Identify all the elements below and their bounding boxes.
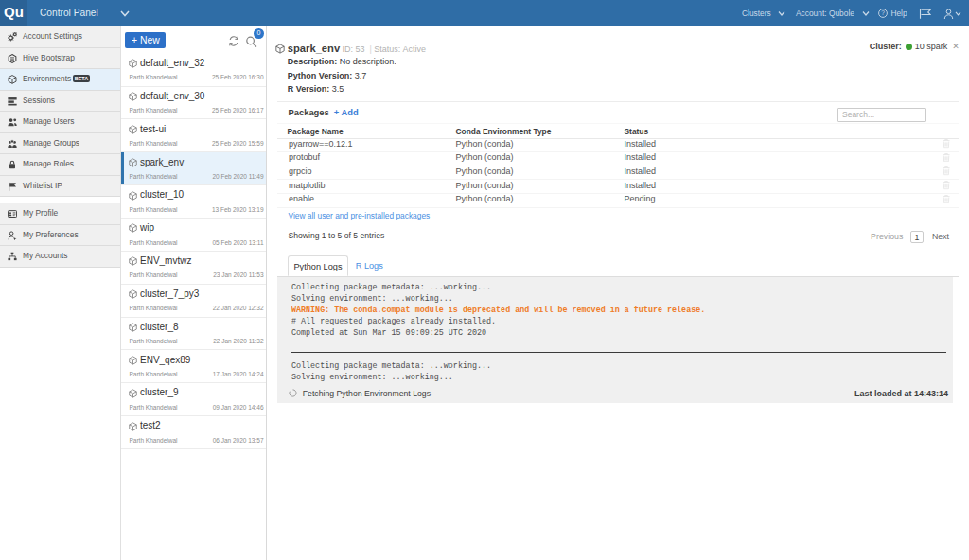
svg-text:?: ?	[881, 10, 885, 17]
